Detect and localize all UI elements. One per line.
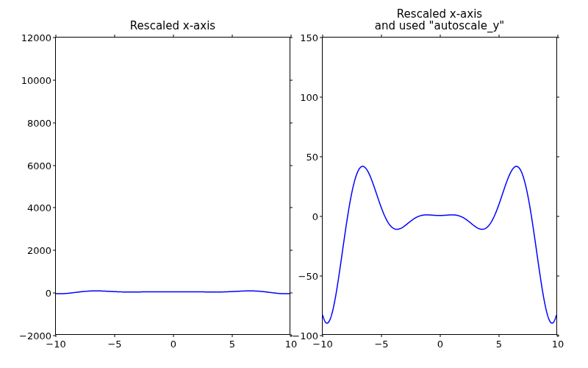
- xtick-mark: [173, 35, 174, 38]
- axes-0-ytick-label: 10000: [21, 74, 56, 85]
- axes-1: −100−50050100150−10−50510: [322, 37, 557, 335]
- axes-0-ytick-label: 2000: [27, 245, 56, 256]
- ytick-mark: [290, 122, 293, 123]
- xtick-mark: [173, 334, 174, 337]
- ytick-mark: [53, 293, 56, 294]
- axes-0-ytick-label: 8000: [27, 117, 56, 128]
- ytick-mark: [556, 216, 559, 217]
- ytick-mark: [53, 208, 56, 208]
- axes-0: −2000020004000600080001000012000−10−5051…: [55, 37, 290, 335]
- axes-0-ytick-label: 12000: [21, 32, 56, 43]
- axes-1-line: [323, 166, 556, 323]
- xtick-mark: [440, 35, 441, 38]
- ytick-mark: [320, 276, 323, 277]
- axes-1-title: Rescaled x-axis and used "autoscale_y": [322, 9, 557, 32]
- xtick-mark: [323, 35, 323, 38]
- axes-1-plot-area: [323, 38, 556, 334]
- ytick-mark: [53, 79, 56, 80]
- xtick-mark: [56, 334, 57, 337]
- ytick-mark: [320, 157, 323, 158]
- axes-0-ytick-label: 6000: [27, 160, 56, 171]
- ytick-mark: [53, 165, 56, 166]
- axes-1-ytick-label: −50: [298, 271, 323, 282]
- xtick-mark: [232, 334, 233, 337]
- axes-0-line: [56, 291, 290, 294]
- ytick-mark: [290, 293, 293, 294]
- ytick-mark: [290, 250, 293, 251]
- xtick-mark: [499, 334, 500, 337]
- ytick-mark: [320, 216, 323, 217]
- figure: Rescaled x-axis −20000200040006000800010…: [0, 0, 588, 368]
- ytick-mark: [290, 208, 293, 208]
- xtick-mark: [291, 35, 292, 38]
- xtick-mark: [56, 35, 57, 38]
- ytick-mark: [53, 250, 56, 251]
- ytick-mark: [53, 122, 56, 123]
- xtick-mark: [440, 334, 441, 337]
- ytick-mark: [290, 165, 293, 166]
- xtick-mark: [381, 35, 382, 38]
- axes-0-plot-area: [56, 38, 290, 334]
- xtick-mark: [558, 35, 559, 38]
- axes-0-title: Rescaled x-axis: [55, 21, 290, 32]
- xtick-mark: [499, 35, 500, 38]
- ytick-mark: [556, 97, 559, 98]
- xtick-mark: [232, 35, 233, 38]
- ytick-mark: [556, 157, 559, 158]
- xtick-mark: [558, 334, 559, 337]
- axes-0-ytick-label: 4000: [27, 202, 56, 213]
- ytick-mark: [320, 97, 323, 98]
- ytick-mark: [290, 79, 293, 80]
- xtick-mark: [381, 334, 382, 337]
- xtick-mark: [323, 334, 323, 337]
- xtick-mark: [115, 35, 115, 38]
- xtick-mark: [115, 334, 115, 337]
- ytick-mark: [556, 276, 559, 277]
